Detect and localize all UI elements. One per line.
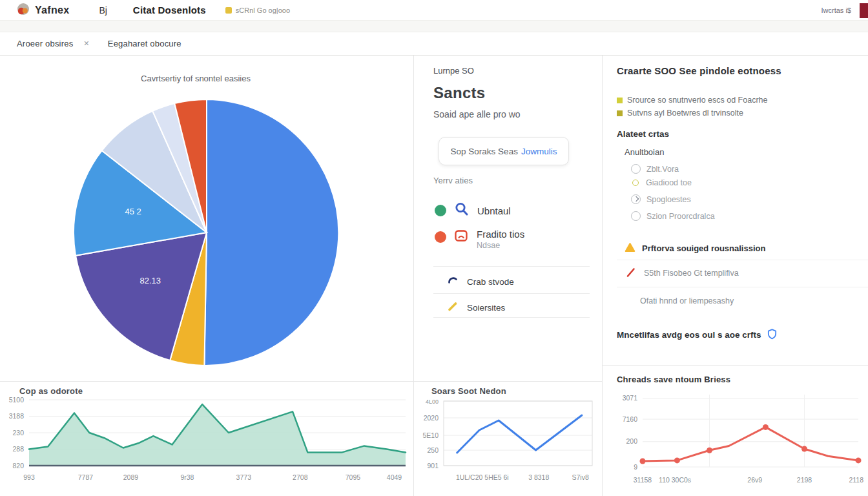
yandex-logo-icon bbox=[17, 3, 30, 18]
svg-text:26v9: 26v9 bbox=[747, 476, 762, 484]
main-content: Cavrtsertiy tof snontel easiies 82.1345 … bbox=[0, 56, 868, 496]
list-item-text: Fradito tios Ndsae bbox=[477, 229, 524, 250]
app-window: Yafnex Bj Citat Dosenlots sCRnl Go og|oo… bbox=[0, 0, 868, 496]
line-chart-right: 30717160200931158110 30C0s26v921982118 bbox=[603, 366, 868, 496]
list-item-label: Ubntaul bbox=[477, 205, 511, 216]
nav-item-3[interactable]: sCRnl Go og|ooo bbox=[225, 6, 290, 14]
list-item-label: Soiersites bbox=[467, 303, 505, 313]
svg-text:3 8318: 3 8318 bbox=[528, 473, 549, 481]
divider bbox=[433, 317, 590, 318]
radio-label: Zblt.Vora bbox=[646, 165, 679, 174]
pie-chart: 82.1345 2 bbox=[0, 56, 414, 381]
primary-button-label: Sop Soraks Seas bbox=[451, 147, 518, 156]
svg-text:200: 200 bbox=[626, 437, 637, 445]
radio-option[interactable]: Szion Proorcdralca bbox=[631, 211, 715, 221]
topbar-right-label[interactable]: Iwcrtas i$ bbox=[822, 6, 851, 14]
list-item-sub: Ndsae bbox=[477, 241, 524, 250]
primary-button[interactable]: Sop Soraks Seas Jowmulis bbox=[439, 137, 569, 165]
radio-icon bbox=[631, 164, 641, 174]
svg-text:31158: 31158 bbox=[634, 476, 652, 484]
right-footer[interactable]: Mncetlifas avdg eos oul s aoe crfts bbox=[617, 328, 778, 342]
divider bbox=[617, 287, 868, 287]
radio-option[interactable]: Giadiood toe bbox=[631, 178, 692, 187]
list-item[interactable]: Ubntaul bbox=[435, 202, 511, 220]
radio-option[interactable]: Zblt.Vora bbox=[631, 164, 679, 174]
tab-active-label: Aroeer obsires bbox=[17, 39, 73, 48]
area-chart: 51003188230288820993778720899r3837732708… bbox=[0, 382, 414, 496]
warning-label: Prftorva souiged rousnalission bbox=[642, 243, 765, 253]
svg-text:2118: 2118 bbox=[849, 476, 863, 484]
yellow-square-icon bbox=[225, 7, 232, 14]
panel-center: Lurnpe SO Sancts Soaid ape alle pro wo S… bbox=[414, 56, 603, 496]
list-item[interactable]: Crab stvode bbox=[446, 274, 514, 289]
radio-icon bbox=[631, 194, 641, 204]
svg-text:4049: 4049 bbox=[387, 473, 402, 481]
line-chart-middle: 4L0020205E102509011UL/C20 5HE5 6i3 8318S… bbox=[414, 382, 603, 496]
svg-text:5100: 5100 bbox=[9, 396, 25, 404]
center-eyebrow: Lurnpe SO bbox=[433, 66, 474, 76]
radio-icon bbox=[631, 211, 641, 221]
svg-text:9r38: 9r38 bbox=[180, 473, 194, 481]
svg-text:7095: 7095 bbox=[346, 473, 361, 481]
topbar-gap bbox=[0, 21, 868, 32]
center-subtitle: Soaid ape alle pro wo bbox=[433, 109, 521, 119]
svg-text:4L00: 4L00 bbox=[426, 398, 439, 405]
radio-group-label: Anultboian bbox=[625, 147, 664, 157]
slash-label: S5th Fisobeo Gt templifiva bbox=[644, 269, 739, 278]
svg-text:1UL/C20 5HE5 6i: 1UL/C20 5HE5 6i bbox=[456, 473, 509, 481]
brand[interactable]: Yafnex bbox=[17, 3, 69, 18]
svg-text:110 30C0s: 110 30C0s bbox=[659, 476, 691, 484]
red-badge[interactable] bbox=[860, 3, 868, 18]
bullet-label: Sutvns ayl Boetwres dl trvinsolte bbox=[627, 108, 743, 118]
radio-option[interactable]: Spogloestes bbox=[631, 194, 691, 204]
close-icon[interactable]: ✕ bbox=[83, 39, 89, 48]
warning-row[interactable]: Prftorva souiged rousnalission bbox=[625, 242, 765, 254]
svg-text:250: 250 bbox=[427, 446, 439, 454]
nav-item-1[interactable]: Bj bbox=[99, 5, 107, 16]
line-chart-middle-section: Soars Soot Nedon 4L0020205E102509011UL/C… bbox=[414, 381, 602, 496]
primary-button-link: Jowmulis bbox=[521, 147, 557, 156]
browser-icon bbox=[454, 229, 469, 246]
right-subheading: Alateet crtas bbox=[617, 129, 669, 139]
svg-text:3188: 3188 bbox=[9, 412, 25, 420]
radio-label: Spogloestes bbox=[646, 195, 691, 204]
divider bbox=[433, 293, 590, 294]
svg-text:2089: 2089 bbox=[123, 473, 139, 481]
green-dot-icon bbox=[435, 205, 446, 216]
center-panel: Lurnpe SO Sancts Soaid ape alle pro wo S… bbox=[414, 56, 602, 381]
nav-item-2[interactable]: Citat Dosenlots bbox=[133, 5, 206, 16]
shield-icon bbox=[767, 328, 778, 342]
svg-text:230: 230 bbox=[12, 429, 24, 437]
svg-text:S7iv8: S7iv8 bbox=[572, 473, 588, 481]
bullet-item: Srource so snutnverio escs od Foacrhe bbox=[617, 96, 767, 105]
svg-text:5E10: 5E10 bbox=[422, 431, 439, 439]
svg-text:3071: 3071 bbox=[623, 394, 638, 402]
red-slash-icon bbox=[626, 267, 636, 280]
radio-icon bbox=[632, 180, 639, 186]
list-item[interactable]: Soiersites bbox=[446, 300, 505, 315]
center-caption: Yerrv aties bbox=[433, 176, 473, 185]
right-heading: Craarte SOO See pindole eotnoess bbox=[617, 65, 781, 76]
pie-section: Cavrtsertiy tof snontel easiies 82.1345 … bbox=[0, 56, 413, 381]
svg-text:820: 820 bbox=[12, 462, 24, 470]
svg-text:2020: 2020 bbox=[424, 414, 439, 422]
list-item[interactable]: Fradito tios Ndsae bbox=[435, 229, 524, 250]
divider bbox=[617, 260, 868, 260]
list-item-label: Fradito tios bbox=[477, 229, 524, 240]
green-square-icon bbox=[617, 98, 623, 103]
yellow-slash-icon bbox=[446, 300, 459, 315]
svg-text:45 2: 45 2 bbox=[125, 207, 141, 216]
bullet-label: Srource so snutnverio escs od Foacrhe bbox=[627, 96, 767, 105]
tab-active[interactable]: Aroeer obsires ✕ bbox=[17, 39, 90, 48]
svg-text:82.13: 82.13 bbox=[140, 276, 161, 285]
warning-icon bbox=[625, 242, 636, 254]
slash-row[interactable]: S5th Fisobeo Gt templifiva bbox=[626, 267, 739, 280]
tab-second[interactable]: Eegaharet obocure bbox=[108, 39, 181, 48]
svg-text:288: 288 bbox=[12, 445, 24, 453]
svg-text:901: 901 bbox=[427, 462, 439, 470]
brand-name: Yafnex bbox=[35, 5, 69, 16]
panel-left: Cavrtsertiy tof snontel easiies 82.1345 … bbox=[0, 56, 414, 496]
center-title: Sancts bbox=[433, 84, 486, 102]
area-chart-section: Cop as odorote 5100318823028882099377872… bbox=[0, 381, 413, 496]
right-panel: Craarte SOO See pindole eotnoess Srource… bbox=[603, 56, 868, 365]
